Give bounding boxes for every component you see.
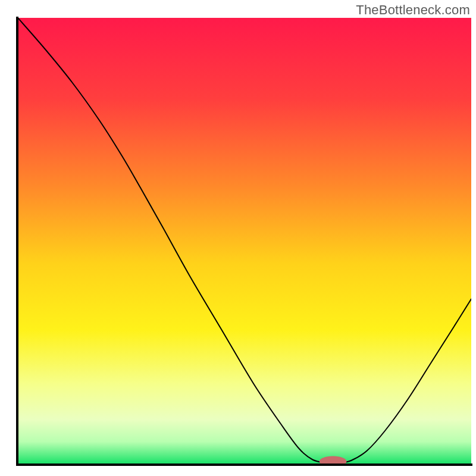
plot-area bbox=[18, 18, 471, 467]
bottleneck-chart bbox=[0, 0, 476, 476]
watermark-text: TheBottleneck.com bbox=[356, 2, 470, 18]
chart-container: TheBottleneck.com bbox=[0, 0, 476, 476]
gradient-background bbox=[18, 18, 471, 464]
